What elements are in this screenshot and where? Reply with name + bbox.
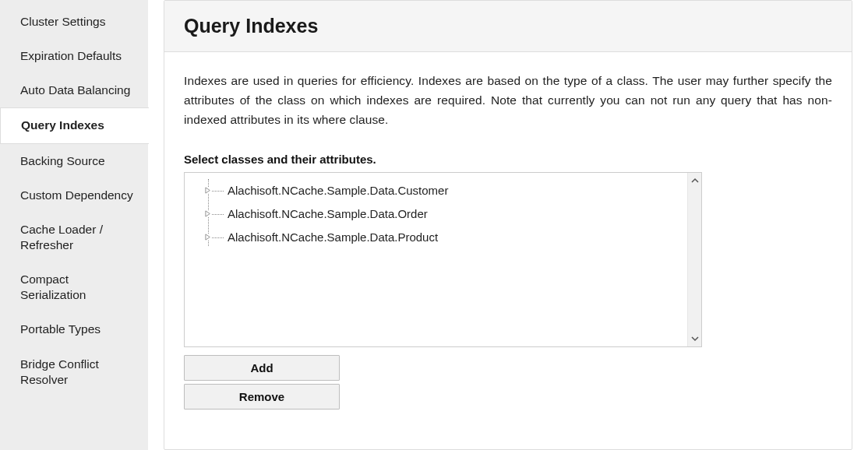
- svg-marker-1: [206, 211, 210, 216]
- select-classes-label-text: Select classes and their attributes: [184, 153, 373, 166]
- tree-node-label: Alachisoft.NCache.Sample.Data.Order: [228, 207, 428, 220]
- sidebar-item-custom-dependency[interactable]: Custom Dependency: [0, 178, 148, 213]
- panel-body: Indexes are used in queries for efficien…: [164, 52, 852, 449]
- description-text: Indexes are used in queries for efficien…: [184, 72, 832, 129]
- sidebar-item-expiration-defaults[interactable]: Expiration Defaults: [0, 39, 148, 73]
- main-content: Query Indexes Indexes are used in querie…: [148, 0, 868, 450]
- app-root: Cluster Settings Expiration Defaults Aut…: [0, 0, 868, 450]
- sidebar-item-query-indexes[interactable]: Query Indexes: [0, 107, 149, 143]
- tree-node-label: Alachisoft.NCache.Sample.Data.Product: [228, 230, 438, 244]
- tree-node-product[interactable]: Alachisoft.NCache.Sample.Data.Product: [209, 229, 684, 246]
- add-button[interactable]: Add: [184, 355, 340, 381]
- sidebar: Cluster Settings Expiration Defaults Aut…: [0, 0, 148, 450]
- svg-marker-2: [206, 234, 210, 240]
- class-tree[interactable]: Alachisoft.NCache.Sample.Data.Customer A…: [185, 173, 687, 346]
- expand-icon[interactable]: [205, 210, 212, 217]
- select-classes-label-period: .: [373, 153, 376, 166]
- panel-header: Query Indexes: [164, 1, 852, 52]
- sidebar-item-auto-data-balancing[interactable]: Auto Data Balancing: [0, 73, 148, 107]
- expand-icon[interactable]: [205, 234, 212, 241]
- sidebar-item-compact-serialization[interactable]: Compact Serialization: [0, 262, 148, 312]
- action-buttons: Add Remove: [184, 355, 340, 410]
- expand-icon[interactable]: [205, 187, 212, 194]
- select-classes-label: Select classes and their attributes.: [184, 153, 832, 166]
- page-title: Query Indexes: [184, 15, 832, 37]
- svg-marker-0: [206, 188, 210, 193]
- sidebar-item-bridge-conflict-resolver[interactable]: Bridge Conflict Resolver: [0, 347, 148, 397]
- scroll-up-icon[interactable]: [689, 174, 701, 187]
- tree-node-label: Alachisoft.NCache.Sample.Data.Customer: [228, 184, 448, 197]
- scroll-down-icon[interactable]: [689, 332, 701, 345]
- sidebar-item-backing-source[interactable]: Backing Source: [0, 144, 148, 178]
- panel: Query Indexes Indexes are used in querie…: [164, 0, 852, 450]
- scrollbar[interactable]: [687, 173, 701, 346]
- tree-root: Alachisoft.NCache.Sample.Data.Customer A…: [208, 179, 684, 246]
- class-tree-box: Alachisoft.NCache.Sample.Data.Customer A…: [184, 172, 702, 347]
- tree-node-order[interactable]: Alachisoft.NCache.Sample.Data.Order: [209, 206, 684, 223]
- sidebar-item-cluster-settings[interactable]: Cluster Settings: [0, 5, 148, 39]
- sidebar-item-portable-types[interactable]: Portable Types: [0, 312, 148, 346]
- remove-button[interactable]: Remove: [184, 384, 340, 410]
- sidebar-item-cache-loader-refresher[interactable]: Cache Loader / Refresher: [0, 213, 148, 262]
- tree-node-customer[interactable]: Alachisoft.NCache.Sample.Data.Customer: [209, 182, 684, 199]
